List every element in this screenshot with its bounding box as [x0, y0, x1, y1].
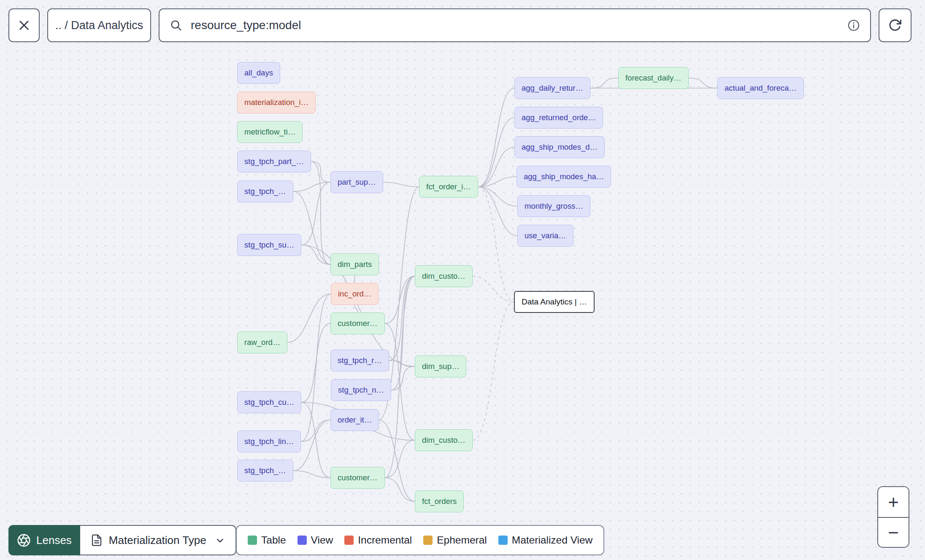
edge-dim_custo_l-to-data_analytics [473, 302, 514, 440]
graph-node-dim_custo_l[interactable]: dim_custo… [415, 429, 473, 451]
edge-stg_tpch_part-to-part_sup [311, 162, 330, 182]
breadcrumb-button[interactable]: .. / Data Analytics [47, 8, 151, 42]
selected-lens-label: Materialization Type [109, 534, 206, 547]
legend-item-view: View [298, 534, 333, 546]
graph-node-stg_tpch_su[interactable]: stg_tpch_su… [237, 234, 301, 256]
edge-part_sup-to-fct_order_i [383, 182, 419, 187]
legend-swatch-ephemeral [423, 536, 433, 545]
edge-stg_tpch_cu-to-customer_l [301, 402, 330, 478]
legend-swatch-materialized-view [498, 536, 508, 545]
graph-node-stg_tpch_b[interactable]: stg_tpch_… [237, 460, 293, 482]
close-button[interactable] [8, 8, 40, 42]
graph-node-data_analytics[interactable]: Data Analytics | … [514, 291, 595, 313]
graph-node-stg_tpch_n[interactable]: stg_tpch_n… [331, 379, 391, 401]
graph-node-fct_order_i[interactable]: fct_order_i… [419, 176, 478, 198]
legend-item-table: Table [248, 534, 286, 546]
edge-stg_tpch_n-to-dim_custo_u [391, 276, 415, 390]
edge-stg_tpch_n-to-dim_sup [391, 366, 415, 390]
chevron-down-icon [215, 535, 225, 546]
edge-fct_order_i-to-agg_daily [478, 88, 514, 187]
lineage-canvas[interactable]: all_daysmaterialization_i…metricflow_ti…… [0, 0, 925, 560]
legend-swatch-incremental [344, 536, 354, 545]
graph-node-dim_custo_u[interactable]: dim_custo… [415, 265, 473, 287]
edge-fct_order_i-to-use_varia [478, 187, 517, 236]
edge-stg_tpch_lin-to-inc_ord [301, 294, 331, 442]
legend-label-materialized-view: Materialized View [512, 534, 593, 546]
graph-node-fct_orders[interactable]: fct_orders [415, 490, 464, 512]
lenses-control: Lenses Materialization Type [8, 525, 236, 555]
graph-node-raw_ord[interactable]: raw_ord… [237, 331, 287, 353]
edge-customer_l-to-fct_orders [385, 478, 415, 501]
lens-type-selector[interactable]: Materialization Type [80, 525, 236, 555]
graph-node-use_varia[interactable]: use_varia… [517, 225, 573, 247]
edge-fct_order_i-to-data_analytics [478, 187, 514, 302]
graph-node-agg_returned[interactable]: agg_returned_orde… [514, 107, 603, 129]
graph-node-stg_tpch_a[interactable]: stg_tpch_… [237, 180, 293, 202]
graph-node-inc_ord[interactable]: inc_ord… [331, 283, 379, 305]
graph-node-dim_parts[interactable]: dim_parts [330, 253, 379, 275]
graph-node-forecast_daily[interactable]: forecast_daily… [618, 67, 689, 89]
edge-stg_tpch_r-to-dim_custo_u [389, 276, 415, 361]
edge-stg_tpch_b-to-customer_l [293, 471, 330, 478]
edge-customer_l-to-dim_custo_u [385, 276, 415, 478]
graph-node-all_days[interactable]: all_days [237, 62, 280, 84]
legend-swatch-table [248, 536, 257, 545]
legend-item-materialized-view: Materialized View [498, 534, 593, 546]
edge-customer_u-to-dim_custo_u [385, 276, 415, 323]
graph-node-monthly_gross[interactable]: monthly_gross… [517, 195, 590, 217]
legend-label-view: View [311, 534, 333, 546]
close-icon [17, 18, 31, 32]
legend-label-incremental: Incremental [358, 534, 412, 546]
legend-label-ephemeral: Ephemeral [437, 534, 487, 546]
graph-node-dim_sup[interactable]: dim_sup… [415, 355, 466, 377]
graph-node-agg_daily[interactable]: agg_daily_retur… [514, 77, 590, 99]
search-bar[interactable] [159, 8, 871, 42]
edge-stg_tpch_a-to-part_sup [293, 182, 330, 191]
info-icon[interactable] [847, 19, 860, 32]
edge-dim_custo_u-to-data_analytics [473, 276, 514, 302]
aperture-icon [17, 533, 31, 547]
graph-node-stg_tpch_r[interactable]: stg_tpch_r… [330, 350, 389, 372]
legend-swatch-view [298, 536, 307, 545]
search-icon [170, 19, 182, 32]
refresh-icon [888, 18, 902, 32]
graph-node-materialization_i[interactable]: materialization_i… [237, 92, 316, 113]
graph-node-stg_tpch_cu[interactable]: stg_tpch_cu… [237, 391, 301, 413]
edge-fct_order_i-to-agg_returned [478, 118, 514, 187]
lenses-button[interactable]: Lenses [8, 525, 80, 555]
graph-node-customer_u[interactable]: customer… [330, 312, 385, 334]
edge-forecast_daily-to-actual_foreca [689, 78, 717, 88]
edge-agg_daily-to-forecast_daily [590, 78, 618, 88]
graph-node-stg_tpch_lin[interactable]: stg_tpch_lin… [237, 431, 301, 452]
edge-fct_order_i-to-monthly_gross [478, 187, 517, 206]
zoom-controls: + − [877, 486, 909, 548]
search-input[interactable] [190, 18, 847, 32]
graph-node-customer_l[interactable]: customer… [330, 467, 385, 489]
zoom-out-button[interactable]: − [878, 517, 909, 547]
edge-stg_tpch_part-to-dim_parts [311, 162, 330, 264]
graph-node-agg_ship_ha[interactable]: agg_ship_modes_ha… [517, 166, 611, 188]
lenses-label: Lenses [36, 534, 72, 547]
legend-label-table: Table [261, 534, 286, 546]
graph-node-part_sup[interactable]: part_sup… [330, 171, 383, 193]
legend-item-incremental: Incremental [344, 534, 412, 546]
zoom-in-button[interactable]: + [878, 487, 909, 517]
graph-node-stg_tpch_part[interactable]: stg_tpch_part_… [237, 151, 311, 172]
edge-customer_l-to-dim_custo_l [385, 440, 415, 478]
graph-node-actual_foreca[interactable]: actual_and_foreca… [717, 77, 804, 99]
edge-inc_ord-to-customer_u [355, 305, 358, 312]
legend: TableViewIncrementalEphemeralMaterialize… [236, 525, 604, 555]
legend-item-ephemeral: Ephemeral [423, 534, 487, 546]
edge-stg_tpch_su-to-part_sup [301, 182, 330, 245]
refresh-button[interactable] [879, 8, 911, 42]
edge-order_it-to-fct_orders [379, 420, 415, 501]
graph-node-order_it[interactable]: order_it… [330, 409, 379, 431]
graph-node-metricflow_ti[interactable]: metricflow_ti… [237, 121, 303, 143]
breadcrumb-label: .. / Data Analytics [55, 19, 143, 32]
lineage-app: { "toolbar": { "breadcrumb": ".. / Data … [0, 0, 925, 560]
graph-node-agg_ship_d[interactable]: agg_ship_modes_d… [514, 136, 605, 158]
file-text-icon [90, 534, 103, 547]
